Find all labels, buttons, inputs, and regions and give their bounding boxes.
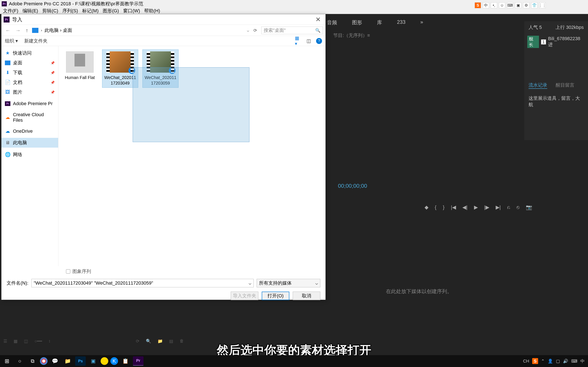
sidebar-item-downloads[interactable]: ⬇下载📌 bbox=[1, 68, 58, 77]
lift-icon[interactable]: ⎌ bbox=[507, 204, 510, 210]
user-row[interactable]: 舰长 1 Bili_678982238 进 bbox=[524, 33, 588, 50]
goto-out-icon[interactable]: ▶| bbox=[496, 204, 501, 210]
tray-up-icon[interactable]: ⌃ bbox=[541, 359, 545, 364]
tab-graphics[interactable]: 图形 bbox=[352, 19, 362, 26]
find-icon[interactable]: 🔍 bbox=[146, 339, 151, 344]
sort-icon[interactable]: ↕ bbox=[49, 339, 50, 344]
tab-notice-message[interactable]: 醒目留言 bbox=[556, 82, 574, 89]
tab-audio[interactable]: 音频 bbox=[327, 19, 337, 26]
cancel-button[interactable]: 取消 bbox=[293, 292, 320, 300]
menu-window[interactable]: 窗口(W) bbox=[122, 7, 141, 15]
sidebar-item-desktop[interactable]: 桌面📌 bbox=[1, 58, 58, 68]
freeform-icon[interactable]: ◫ bbox=[24, 339, 28, 344]
tab-number[interactable]: 233 bbox=[397, 19, 405, 26]
menu-help[interactable]: 帮助(H) bbox=[143, 7, 161, 15]
dropdown-icon[interactable]: ⌵ bbox=[249, 280, 251, 286]
menu-sequence[interactable]: 序列(S) bbox=[61, 7, 79, 15]
dropdown-icon[interactable]: ⌵ bbox=[315, 280, 318, 286]
ime-input[interactable]: ▣ bbox=[515, 2, 521, 8]
tray-monitor-icon[interactable]: ▢ bbox=[556, 359, 560, 364]
tray-speaker-icon[interactable]: 🔊 bbox=[563, 359, 568, 364]
delete-icon[interactable]: 🗑 bbox=[180, 339, 184, 344]
app-icon[interactable]: ▣ bbox=[88, 356, 98, 366]
out-point-icon[interactable]: } bbox=[443, 204, 444, 210]
ime-lang[interactable]: 中 bbox=[483, 2, 489, 8]
view-mode-icon[interactable]: ▦ ▾ bbox=[295, 38, 301, 43]
sidebar-item-network[interactable]: 🌐网络 bbox=[1, 150, 58, 159]
new-bin-icon[interactable]: 📁 bbox=[157, 339, 163, 344]
nav-forward-icon[interactable]: → bbox=[14, 27, 22, 33]
menu-graphics[interactable]: 图形(G) bbox=[101, 7, 120, 15]
extract-icon[interactable]: ⎋ bbox=[516, 204, 519, 210]
organize-button[interactable]: 组织 ▾ bbox=[5, 38, 18, 44]
tab-library[interactable]: 库 bbox=[377, 19, 382, 26]
app-icon-yellow[interactable] bbox=[101, 357, 108, 365]
filetype-filter[interactable]: 所有支持的媒体 ⌵ bbox=[257, 279, 320, 287]
folder-icon[interactable] bbox=[32, 28, 38, 33]
menu-mark[interactable]: 标记(M) bbox=[81, 7, 100, 15]
notepad-icon[interactable]: 📋 bbox=[120, 356, 131, 366]
menu-clip[interactable]: 剪辑(C) bbox=[41, 7, 59, 15]
marker-icon[interactable]: ◆ bbox=[425, 204, 428, 210]
export-frame-icon[interactable]: 📷 bbox=[526, 204, 532, 210]
tray-lang[interactable]: CH bbox=[523, 359, 529, 364]
photoshop-icon[interactable]: Ps bbox=[75, 356, 86, 366]
preview-pane-icon[interactable]: ◫ bbox=[305, 38, 312, 43]
help-icon[interactable]: ? bbox=[316, 38, 322, 44]
tray-keyboard-icon[interactable]: ⌨ bbox=[571, 359, 577, 364]
image-sequence-checkbox[interactable] bbox=[66, 269, 70, 274]
menu-file[interactable]: 文件(F) bbox=[2, 7, 20, 15]
path-dropdown-icon[interactable]: ⌵ bbox=[247, 28, 249, 33]
refresh-icon[interactable]: ⟳ bbox=[252, 28, 259, 33]
ime-skin[interactable]: 👕 bbox=[531, 2, 538, 8]
automate-icon[interactable]: ⟳ bbox=[136, 339, 139, 344]
start-button[interactable]: ⊞ bbox=[2, 356, 12, 366]
sidebar-item-thispc[interactable]: 🖥此电脑 bbox=[1, 138, 58, 148]
search-input[interactable]: 搜索"桌面" 🔍 bbox=[261, 26, 323, 34]
step-back-icon[interactable]: ◀| bbox=[462, 204, 467, 210]
explorer-icon[interactable]: 📁 bbox=[62, 356, 73, 366]
goto-in-icon[interactable]: |◀ bbox=[451, 204, 456, 210]
new-folder-button[interactable]: 新建文件夹 bbox=[24, 38, 48, 44]
in-point-icon[interactable]: { bbox=[435, 204, 436, 210]
ime-emoji[interactable]: ☺ bbox=[499, 2, 505, 8]
ime-settings[interactable]: ⚙ bbox=[523, 2, 529, 8]
step-forward-icon[interactable]: |▶ bbox=[484, 204, 489, 210]
taskview-icon[interactable]: ⧉ bbox=[27, 356, 38, 366]
open-button[interactable]: 打开(O) bbox=[262, 292, 289, 300]
ime-keyboard[interactable]: ⌨ bbox=[507, 2, 513, 8]
sidebar-item-documents[interactable]: 📄文档📌 bbox=[1, 77, 58, 87]
timecode-display[interactable]: 00;00;00;00 bbox=[338, 183, 367, 189]
icon-view-icon[interactable]: ▦ bbox=[14, 339, 18, 344]
premiere-taskbar-icon[interactable]: Pr bbox=[133, 356, 144, 366]
kugou-icon[interactable]: K bbox=[110, 357, 118, 365]
play-icon[interactable]: ▶ bbox=[474, 204, 478, 210]
cortana-icon[interactable]: ○ bbox=[15, 356, 25, 366]
import-folder-button[interactable]: 导入文件夹 bbox=[231, 292, 258, 300]
file-grid[interactable]: Human Fall Flat ⚙ WeChat_20201117203049 … bbox=[58, 46, 326, 266]
wechat-icon[interactable]: 💬 bbox=[50, 356, 60, 366]
sogou-ime-icon[interactable]: S bbox=[475, 2, 481, 8]
sidebar-item-premiere[interactable]: PrAdobe Premiere Pr bbox=[1, 99, 58, 108]
filename-input[interactable]: "WeChat_20201117203049" "WeChat_20201117… bbox=[32, 279, 254, 287]
tray-ime-icon[interactable]: 中 bbox=[580, 358, 585, 364]
nav-back-icon[interactable]: ← bbox=[4, 27, 12, 33]
close-icon[interactable]: ✕ bbox=[313, 16, 323, 23]
sidebar-item-quickaccess[interactable]: ★快速访问 bbox=[1, 48, 58, 58]
breadcrumb[interactable]: 此电脑 › 桌面 bbox=[45, 27, 244, 33]
chrome-icon[interactable] bbox=[40, 357, 48, 365]
sidebar-item-onedrive[interactable]: ☁OneDrive bbox=[1, 127, 58, 136]
ime-punct[interactable]: •, bbox=[491, 2, 497, 8]
tab-flow-record[interactable]: 流水记录 bbox=[529, 82, 547, 89]
ime-more[interactable]: ⋮⋮ bbox=[539, 2, 546, 8]
list-view-icon[interactable]: ☰ bbox=[3, 339, 7, 344]
file-item[interactable]: Human Fall Flat bbox=[62, 50, 98, 82]
tab-overflow[interactable]: » bbox=[420, 19, 423, 26]
zoom-slider[interactable]: ○━━ bbox=[34, 339, 42, 344]
tray-people-icon[interactable]: 👤 bbox=[548, 359, 553, 364]
menu-edit[interactable]: 编辑(E) bbox=[21, 7, 39, 15]
sogou-tray-icon[interactable]: S bbox=[532, 358, 538, 364]
new-item-icon[interactable]: ▤ bbox=[169, 339, 173, 344]
sidebar-item-pictures[interactable]: 🖼图片📌 bbox=[1, 87, 58, 97]
nav-up-icon[interactable]: ↑ bbox=[24, 27, 30, 33]
